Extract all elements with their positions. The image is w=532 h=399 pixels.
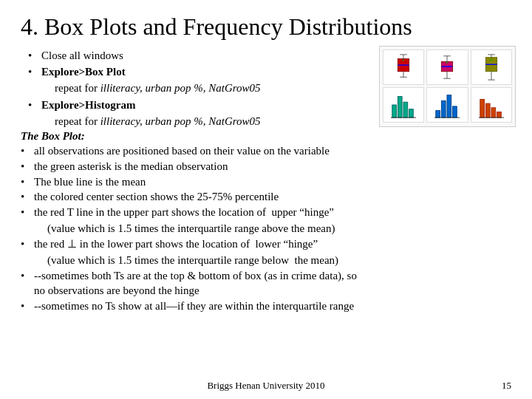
- page-number: 15: [502, 380, 511, 392]
- close-windows-text: Close all windows: [41, 48, 123, 63]
- histogram-repeat: repeat for illiteracy, urban pop %, NatG…: [55, 114, 364, 129]
- content-area: • Close all windows • Explore>Box Plot r…: [21, 48, 364, 314]
- bp-text-3: The blue line is the mean: [34, 175, 146, 190]
- bp-bullet-6: • the red ⊥ in the lower part shows the …: [21, 237, 364, 252]
- explore-histogram-text: Explore>Histogram: [41, 98, 135, 112]
- bullet-explore-boxplot: • Explore>Box Plot: [28, 64, 364, 79]
- box-plot-img-1: *: [383, 50, 424, 85]
- svg-rect-32: [485, 103, 490, 117]
- bullet-dot-3: •: [28, 98, 41, 112]
- box-plot-bullets: • all observations are positioned based …: [21, 144, 364, 314]
- box-plot-img-2: *: [426, 50, 468, 85]
- bp-bullet-7: • --sometimes both Ts are at the top & b…: [21, 269, 364, 299]
- svg-rect-22: [398, 97, 403, 118]
- svg-rect-24: [409, 109, 414, 117]
- bp-bullet-3: • The blue line is the mean: [21, 175, 364, 190]
- svg-text:*: *: [490, 58, 493, 64]
- bp-text-1: all observations are positioned based on…: [34, 144, 330, 159]
- bullet-close-windows: • Close all windows: [28, 48, 364, 63]
- bp-text-8: --sometimes no Ts show at all—if they ar…: [34, 299, 354, 314]
- svg-text:*: *: [402, 58, 405, 65]
- svg-rect-23: [403, 102, 408, 117]
- chart-row-2: [383, 87, 512, 123]
- bullet-explore-histogram: • Explore>Histogram: [28, 98, 364, 112]
- bullet-dot-1: •: [28, 48, 41, 63]
- histogram-img-1: [383, 87, 424, 123]
- bp-bullet-1: • all observations are positioned based …: [21, 144, 364, 159]
- bullet-dot-2: •: [28, 64, 41, 79]
- bp-bullet-2: • the green asterisk is the median obser…: [21, 160, 364, 174]
- chart-images: * *: [379, 46, 516, 127]
- histogram-img-3: [471, 87, 512, 123]
- explore-boxplot-text: Explore>Box Plot: [41, 64, 126, 79]
- chart-row-1: * *: [383, 50, 512, 85]
- bp-text-5: the red T line in the upper part shows t…: [34, 205, 334, 220]
- bp-text-2: the green asterisk is the median observa…: [34, 160, 228, 174]
- bp-text-7: --sometimes both Ts are at the top & bot…: [34, 269, 364, 299]
- bp-text-6: the red ⊥ in the lower part shows the lo…: [34, 237, 318, 252]
- box-plot-img-3: *: [471, 50, 512, 85]
- bp-bullet-8: • --sometimes no Ts show at all—if they …: [21, 299, 364, 314]
- page-title: 4. Box Plots and Frequency Distributions: [21, 13, 511, 41]
- svg-rect-27: [442, 100, 446, 117]
- boxplot-repeat: repeat for illiteracy, urban pop %, NatG…: [55, 81, 364, 95]
- svg-rect-21: [392, 105, 397, 117]
- footer-credits: Briggs Henan University 2010: [207, 380, 324, 392]
- bp-bullet-4: • the colored center section shows the 2…: [21, 190, 364, 205]
- slide-container: 4. Box Plots and Frequency Distributions…: [0, 0, 532, 399]
- intro-bullets: • Close all windows • Explore>Box Plot r…: [28, 48, 364, 129]
- bp-bullet-5: • the red T line in the upper part shows…: [21, 205, 364, 220]
- bp-text-4: the colored center section shows the 25-…: [34, 190, 279, 205]
- svg-rect-31: [480, 99, 485, 117]
- svg-rect-28: [447, 95, 451, 117]
- svg-rect-26: [436, 111, 440, 118]
- svg-rect-34: [497, 112, 501, 118]
- svg-rect-33: [491, 108, 496, 117]
- histogram-img-2: [426, 87, 468, 123]
- bp-indent-1: (value which is 1.5 times the interquart…: [47, 221, 364, 236]
- bp-indent-2: (value which is 1.5 times the interquart…: [47, 253, 364, 267]
- svg-rect-29: [453, 106, 457, 117]
- box-plot-header: The Box Plot:: [21, 130, 364, 143]
- svg-text:*: *: [446, 61, 449, 67]
